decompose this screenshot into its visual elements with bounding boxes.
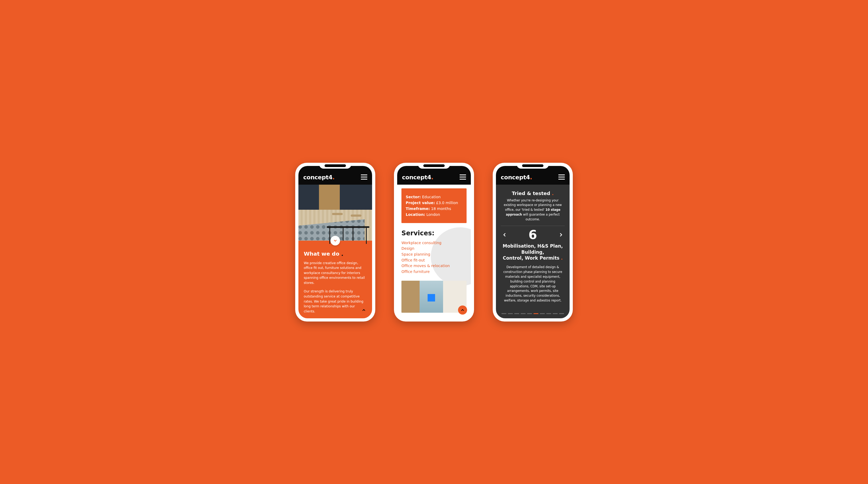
info-location: Location: London	[406, 213, 462, 217]
services-section: Services: Workplace consultingDesignSpac…	[397, 223, 471, 276]
project-thumbnail	[401, 281, 467, 313]
intro-paragraph-2: Our strength is delivering truly outstan…	[304, 289, 367, 314]
brand-dot: .	[431, 173, 433, 181]
brand-logo[interactable]: concept4.	[402, 173, 433, 181]
page-body: What we do . We provide creative office …	[299, 185, 372, 318]
carousel-dash[interactable]	[521, 313, 526, 314]
service-link[interactable]: Workplace consulting	[401, 240, 467, 246]
brand-logo[interactable]: concept4.	[501, 173, 532, 181]
screen-3: concept4. Tried & tested . Whether you'r…	[496, 166, 569, 318]
info-timeframe: Timeframe: 18 months	[406, 206, 462, 211]
info-sector: Sector: Education	[406, 195, 462, 199]
stage-title: Mobilisation, H&S Plan, Building, Contro…	[501, 243, 565, 261]
menu-icon[interactable]	[460, 174, 466, 180]
service-link[interactable]: Design	[401, 246, 467, 252]
carousel-dash[interactable]	[533, 313, 538, 314]
phone-notch	[319, 163, 351, 169]
services-list: Workplace consultingDesignSpace planning…	[401, 240, 467, 275]
carousel-dash[interactable]	[527, 313, 532, 314]
carousel-dash[interactable]	[540, 313, 545, 314]
stage-description: Development of detailed design & constru…	[501, 265, 565, 303]
service-link[interactable]: Office furniture	[401, 269, 467, 275]
info-project-value: Project value: £3.0 million	[406, 201, 462, 205]
menu-icon[interactable]	[558, 174, 565, 180]
service-link[interactable]: Office fit-out	[401, 257, 467, 263]
stage-carousel: 6	[501, 229, 565, 241]
project-body: Sector: Education Project value: £3.0 mi…	[397, 185, 471, 318]
brand-name: concept4	[501, 174, 530, 181]
brand-name: concept4	[303, 174, 332, 181]
carousel-dash[interactable]	[514, 313, 519, 314]
carousel-dash[interactable]	[559, 313, 564, 314]
scroll-top-button[interactable]	[359, 305, 368, 315]
phone-notch	[418, 163, 450, 169]
service-link[interactable]: Space planning	[401, 252, 467, 257]
site-header: concept4.	[496, 166, 569, 185]
site-header: concept4.	[299, 166, 372, 185]
heading-dot: .	[341, 251, 343, 257]
scroll-top-button[interactable]	[458, 305, 467, 315]
carousel-dash[interactable]	[501, 313, 506, 314]
menu-icon[interactable]	[361, 174, 367, 180]
carousel-dash[interactable]	[546, 313, 551, 314]
phone-notch	[517, 163, 549, 169]
divider	[501, 226, 565, 226]
stage-number: 6	[528, 229, 537, 241]
phone-frame-3: concept4. Tried & tested . Whether you'r…	[493, 163, 573, 322]
carousel-dash[interactable]	[553, 313, 558, 314]
services-heading: Services:	[401, 229, 467, 237]
device-showcase: concept4.	[295, 163, 573, 322]
process-body: Tried & tested . Whether you're re-desig…	[496, 185, 569, 318]
lead-paragraph: Whether you're re-designing your existin…	[501, 198, 565, 222]
brand-dot: .	[530, 173, 532, 181]
phone-frame-1: concept4.	[295, 163, 375, 322]
brand-dot: .	[332, 173, 335, 181]
carousel-dash[interactable]	[508, 313, 513, 314]
brand-name: concept4	[402, 174, 431, 181]
section-heading: What we do .	[304, 250, 367, 257]
project-info-card: Sector: Education Project value: £3.0 mi…	[401, 188, 467, 223]
site-header: concept4.	[397, 166, 471, 185]
service-link[interactable]: Office moves & relocation	[401, 263, 467, 269]
screen-1: concept4.	[299, 166, 372, 318]
scroll-down-button[interactable]	[331, 236, 340, 246]
heading-dot: .	[552, 191, 554, 196]
hero-office-image	[299, 185, 372, 241]
intro-paragraph-1: We provide creative office design, offic…	[304, 261, 367, 286]
phone-frame-2: concept4. Sector: Education Project valu…	[394, 163, 474, 322]
prev-stage-button[interactable]	[501, 231, 508, 238]
brand-logo[interactable]: concept4.	[303, 173, 335, 181]
next-stage-button[interactable]	[557, 231, 565, 238]
section-heading: Tried & tested .	[501, 191, 565, 196]
carousel-indicators	[501, 310, 565, 314]
screen-2: concept4. Sector: Education Project valu…	[397, 166, 471, 318]
